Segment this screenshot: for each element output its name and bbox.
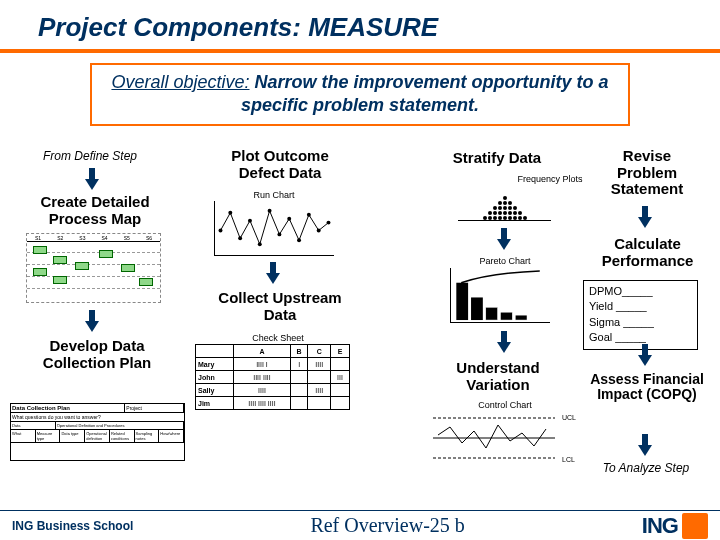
svg-point-0 [219,228,223,232]
svg-point-6 [277,232,281,236]
table-row: JohnIIII IIIIIII [196,371,350,384]
arrow-icon [638,206,652,228]
metrics-box: DPMO_____ Yield _____ Sigma _____ Goal _… [583,280,698,350]
arrow-icon [497,228,511,250]
stratify-data: Stratify Data [432,150,562,167]
metric-sigma: Sigma _____ [589,315,692,330]
svg-point-2 [238,236,242,240]
svg-point-9 [307,213,311,217]
run-chart-label: Run Chart [244,190,304,200]
svg-rect-13 [471,297,483,320]
control-chart-label: Control Chart [470,400,540,410]
arrow-icon [85,310,99,332]
frequency-plots-label: Frequency Plots [510,174,590,184]
objective-label: Overall objective: [111,72,249,92]
table-row: SallyIIIIIIII [196,384,350,397]
svg-rect-12 [456,283,468,320]
process-map-diagram: S1S2S3S4S5S6 [26,233,161,303]
svg-point-8 [297,238,301,242]
lion-icon [682,513,708,539]
ing-logo: ING [642,513,708,539]
arrow-icon [638,434,652,456]
svg-point-11 [327,221,331,225]
footer: ING Business School Ref Overview-25 b IN… [0,510,720,540]
svg-point-4 [258,242,262,246]
logo-text: ING [642,513,678,539]
svg-point-7 [287,217,291,221]
plan-question: What questions do you want to answer? [11,413,184,422]
arrow-icon [497,331,511,353]
to-analyze-step: To Analyze Step [586,462,706,475]
svg-point-10 [317,228,321,232]
pareto-chart-label: Pareto Chart [470,256,540,266]
arrow-icon [638,344,652,366]
content-area: From Define Step Create Detailed Process… [0,138,720,498]
footer-reference: Ref Overview-25 b [310,514,464,537]
svg-rect-14 [486,307,498,320]
objective-text: Narrow the improvement opportunity to a … [241,72,609,115]
plot-outcome-data: Plot Outcome Defect Data [210,148,350,181]
collect-upstream-data: Collect Upstream Data [200,290,360,323]
understand-variation: Understand Variation [428,360,568,393]
from-define-step: From Define Step [20,150,160,163]
control-chart [430,413,560,463]
frequency-plot [458,188,551,220]
check-sheet-label: Check Sheet [238,333,318,343]
data-collection-plan-table: Data Collection Plan Project What questi… [10,403,185,461]
lcl-label: LCL [562,456,575,463]
plan-title: Data Collection Plan [11,404,125,412]
arrow-icon [85,168,99,190]
check-sheet-table: ABCE MaryIIII IIIIII JohnIIII IIIIIII Sa… [195,344,350,422]
metric-yield: Yield _____ [589,299,692,314]
arrow-icon [266,262,280,284]
footer-school: ING Business School [12,519,133,533]
calculate-performance: Calculate Performance [585,236,710,269]
revise-problem-statement: Revise Problem Statement [592,148,702,198]
table-row: MaryIIII IIIIII [196,358,350,371]
table-row: JimIIII IIII IIII [196,397,350,410]
run-chart [214,201,334,256]
svg-rect-15 [501,312,513,320]
create-process-map: Create Detailed Process Map [20,194,170,227]
slide-title: Project Components: MEASURE [0,0,720,53]
pareto-chart [450,268,550,323]
svg-point-3 [248,219,252,223]
svg-rect-16 [515,315,527,320]
develop-data-plan: Develop Data Collection Plan [12,338,182,371]
objective-box: Overall objective: Narrow the improvemen… [90,63,630,126]
svg-point-5 [268,209,272,213]
assess-financial-impact: Assess Financial Impact (COPQ) [582,372,712,403]
metric-dpmo: DPMO_____ [589,284,692,299]
ucl-label: UCL [562,414,576,421]
svg-point-1 [228,211,232,215]
